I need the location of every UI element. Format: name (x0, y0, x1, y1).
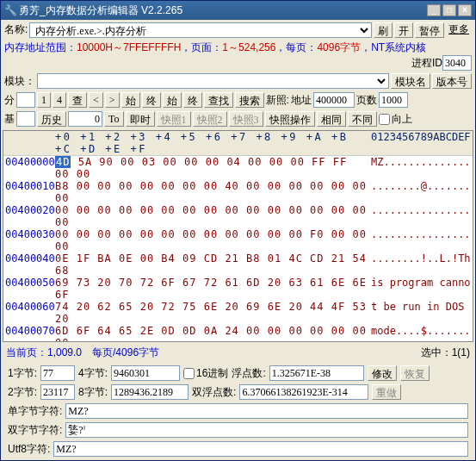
hex-row[interactable]: 004000004D 5A 90 00 03 00 00 00 04 00 00… (3, 156, 473, 180)
selection-info: 选中：1(1) (421, 346, 470, 360)
modify-button[interactable]: 修改 (368, 365, 397, 381)
float-label: 浮点数: (232, 366, 265, 381)
hexhead-cols: +0 +1 +2 +3 +4 +5 +6 +7 +8 +9 +A +B +C +… (53, 131, 369, 155)
b8-label: 8字节: (78, 385, 108, 400)
one-button[interactable]: 1 (37, 92, 51, 108)
hex-bytes[interactable]: 69 73 20 70 72 6F 67 72 61 6D 20 63 61 6… (53, 277, 369, 301)
snap1-button[interactable]: 快照1 (157, 111, 191, 127)
hex-ascii: t be run in DOS (369, 301, 473, 325)
hex-addr: 00400030 (3, 228, 53, 252)
four-button[interactable]: 4 (53, 92, 66, 108)
hex-addr: 00400000 (3, 156, 53, 180)
more-link[interactable]: 更多 (446, 22, 472, 38)
hex-addr: 00400060 (3, 301, 53, 325)
hex-bytes[interactable]: 00 00 00 00 00 00 00 00 00 00 00 00 F0 0… (53, 228, 369, 252)
pages-label: 页数 (356, 93, 377, 108)
addr-input[interactable] (313, 92, 355, 108)
same-button[interactable]: 相同 (317, 111, 346, 127)
end2-button[interactable]: 终 (183, 92, 202, 108)
module-label: 模块： (4, 74, 35, 89)
find-button[interactable]: 查找 (204, 92, 233, 108)
pause-button[interactable]: 暂停 (415, 22, 444, 38)
name-label: 名称: (4, 22, 28, 37)
sb-input[interactable] (65, 403, 468, 419)
minimize-button[interactable]: _ (427, 4, 441, 16)
redo-button[interactable]: 重做 (372, 384, 401, 400)
jishi-button[interactable]: 即时 (126, 111, 155, 127)
window-title: 勇芳_内存数据分析编辑器 V2.2.265 (17, 3, 427, 18)
hex-bytes[interactable]: 74 20 62 65 20 72 75 6E 20 69 6E 20 44 4… (53, 301, 369, 325)
hex-row[interactable]: 0040003000 00 00 00 00 00 00 00 00 00 00… (3, 228, 473, 252)
sb-label: 单字节字符: (8, 404, 62, 419)
prev-button[interactable]: < (89, 92, 103, 108)
hex-bytes[interactable]: 0E 1F BA 0E 00 B4 09 CD 21 B8 01 4C CD 2… (53, 252, 369, 277)
b4-label: 4字节: (78, 366, 108, 381)
db-label: 双字节字符: (8, 423, 62, 438)
hex-bytes[interactable]: 6D 6F 64 65 2E 0D 0D 0A 24 00 00 00 00 0… (53, 325, 369, 341)
addr-label: 地址 (291, 93, 312, 108)
version-button[interactable]: 版本号 (432, 73, 472, 89)
hist-input[interactable] (68, 111, 102, 127)
to-button[interactable]: To (104, 111, 124, 127)
up-checkbox[interactable]: 向上 (379, 112, 412, 127)
close-button[interactable]: × (458, 4, 472, 16)
newsnap-label: 新照: (266, 93, 289, 108)
hex-body[interactable]: 004000004D 5A 90 00 03 00 00 00 04 00 00… (3, 156, 473, 341)
snap2-button[interactable]: 快照2 (193, 111, 227, 127)
module-combo[interactable] (37, 73, 389, 89)
hex-checkbox[interactable]: 16进制 (183, 366, 228, 381)
start1-button[interactable]: 始 (121, 92, 140, 108)
hex-addr: 00400040 (3, 252, 53, 277)
snapop-button[interactable]: 快照操作 (265, 111, 315, 127)
diff-button[interactable]: 不同 (348, 111, 377, 127)
name-combo[interactable]: 内存分析.exe.>.内存分析 (29, 22, 372, 38)
db-input[interactable] (65, 422, 468, 438)
snap3-button[interactable]: 快照3 (229, 111, 263, 127)
history-button[interactable]: 历史 (37, 111, 66, 127)
search-button[interactable]: 搜索 (235, 92, 264, 108)
hex-row[interactable]: 0040002000 00 00 00 00 00 00 00 00 00 00… (3, 204, 473, 228)
b1-input[interactable] (40, 365, 75, 381)
u8-label: Utf8字符: (8, 442, 50, 457)
hex-ascii: is program canno (369, 277, 473, 301)
hex-row[interactable]: 004000706D 6F 64 65 2E 0D 0D 0A 24 00 00… (3, 325, 473, 341)
hex-addr: 00400020 (3, 204, 53, 228)
base-input[interactable] (16, 111, 35, 127)
u8-input[interactable] (53, 441, 468, 457)
modname-button[interactable]: 模块名 (391, 73, 430, 89)
current-page: 当前页：1,009.0 每页/4096字节选中：1(1) (1, 344, 475, 362)
hex-row[interactable]: 004000400E 1F BA 0E 00 B4 09 CD 21 B8 01… (3, 252, 473, 277)
hex-bytes[interactable]: 00 00 00 00 00 00 00 00 00 00 00 00 00 0… (53, 204, 369, 228)
hex-row[interactable]: 00400010B8 00 00 00 00 00 00 00 40 00 00… (3, 180, 473, 204)
float-input[interactable] (269, 365, 364, 381)
hex-bytes[interactable]: B8 00 00 00 00 00 00 00 40 00 00 00 00 0… (53, 180, 369, 204)
end1-button[interactable]: 终 (142, 92, 161, 108)
hex-bytes[interactable]: 4D 5A 90 00 03 00 00 00 04 00 00 00 FF F… (53, 156, 369, 180)
base-label: 基 (4, 112, 15, 127)
hex-row[interactable]: 0040005069 73 20 70 72 6F 67 72 61 6D 20… (3, 277, 473, 301)
hex-addr: 00400070 (3, 325, 53, 341)
refresh-button[interactable]: 刷 (374, 22, 393, 38)
hexhead-asc: 0123456789ABCDEF (369, 131, 473, 155)
hexhead-addr (3, 131, 53, 155)
fen-label: 分 (4, 93, 15, 108)
pages-input[interactable] (379, 92, 408, 108)
next-button[interactable]: > (105, 92, 120, 108)
hex-row[interactable]: 0040006074 20 62 65 20 72 75 6E 20 69 6E… (3, 301, 473, 325)
double-input[interactable] (239, 384, 368, 400)
fen-input[interactable] (16, 92, 35, 108)
titlebar: 🔧 勇芳_内存数据分析编辑器 V2.2.265 _ □ × (1, 1, 475, 20)
maximize-button[interactable]: □ (442, 4, 456, 16)
hex-ascii: ........!..L.!Th (369, 252, 473, 277)
b2-input[interactable] (40, 384, 75, 400)
open-button[interactable]: 开 (394, 22, 413, 38)
pid-input[interactable] (442, 55, 472, 71)
cha-button[interactable]: 查 (68, 92, 87, 108)
start2-button[interactable]: 始 (163, 92, 182, 108)
hex-addr: 00400050 (3, 277, 53, 301)
b1-label: 1字节: (8, 366, 37, 381)
b4-input[interactable] (111, 365, 180, 381)
b8-input[interactable] (111, 384, 189, 400)
hex-viewer: +0 +1 +2 +3 +4 +5 +6 +7 +8 +9 +A +B +C +… (3, 130, 473, 342)
restore-button[interactable]: 恢复 (400, 365, 430, 381)
